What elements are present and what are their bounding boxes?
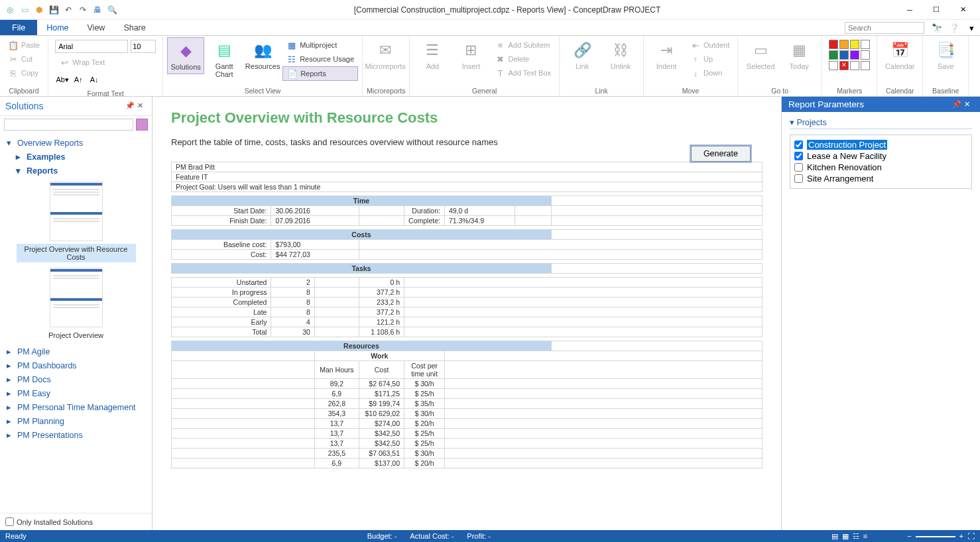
- minimize-button[interactable]: ─: [900, 3, 919, 17]
- font-select[interactable]: [55, 40, 128, 53]
- add-button[interactable]: ☰Add: [414, 37, 451, 73]
- generate-button[interactable]: Generate: [691, 146, 751, 162]
- qat-redo-icon[interactable]: ↷: [77, 4, 89, 16]
- tree-cat-1[interactable]: ▸PM Dashboards: [4, 358, 148, 372]
- paste-button[interactable]: 📋Paste: [4, 38, 44, 52]
- cut-button[interactable]: ✂Cut: [4, 52, 44, 66]
- tab-home[interactable]: Home: [37, 20, 78, 35]
- qat-save-icon[interactable]: 💾: [48, 4, 60, 16]
- report-thumbnail-2[interactable]: [50, 268, 103, 327]
- solutions-search-button[interactable]: [136, 119, 148, 131]
- calendar-button[interactable]: 📅Calendar: [881, 37, 918, 73]
- tree-cat-5[interactable]: ▸PM Planning: [4, 414, 148, 428]
- status-view-icon-1[interactable]: ▤: [831, 532, 838, 541]
- find-button[interactable]: 🔭Find: [973, 37, 980, 73]
- report-title: Project Overview with Resource Costs: [171, 109, 763, 128]
- params-close-icon[interactable]: ✕: [964, 100, 973, 109]
- resource-usage-button[interactable]: ☷Resource Usage: [282, 52, 358, 66]
- ribbon-group-baseline: 📑Save Baseline: [923, 36, 969, 96]
- table-row: 235,5$7 063,51$ 30/h: [172, 448, 763, 458]
- zoom-slider[interactable]: [916, 536, 955, 540]
- solutions-panel: Solutions 📌 ✕ ▾Overview Reports ▸Example…: [0, 97, 153, 530]
- thumbnail-label-1[interactable]: Project Overview with Resource Costs: [17, 244, 136, 262]
- wrap-icon: ↩: [59, 57, 70, 68]
- add-subitem-button[interactable]: ≡Add Subitem: [491, 38, 555, 52]
- qat-preview-icon[interactable]: 🔍: [106, 4, 118, 16]
- pin-icon[interactable]: 📌: [125, 101, 135, 111]
- zoom-in-icon[interactable]: +: [959, 532, 963, 540]
- report-thumbnail-1[interactable]: [50, 182, 103, 241]
- add-textbox-button[interactable]: TAdd Text Box: [491, 66, 555, 80]
- tab-share[interactable]: Share: [114, 20, 154, 35]
- copy-button[interactable]: ⎘Copy: [4, 66, 44, 80]
- baseline-save-button[interactable]: 📑Save: [927, 37, 964, 73]
- zoom-out-icon[interactable]: −: [907, 532, 911, 540]
- table-row: 6,9$171,25$ 25/h: [172, 388, 763, 398]
- tree-cat-4[interactable]: ▸PM Personal Time Management: [4, 400, 148, 414]
- params-pin-icon[interactable]: 📌: [952, 100, 961, 109]
- file-tab[interactable]: File: [0, 20, 37, 35]
- delete-button[interactable]: ✖Delete: [491, 52, 555, 66]
- ribbon-search-input[interactable]: [845, 22, 924, 34]
- tree-reports[interactable]: ▾Reports: [4, 164, 148, 178]
- move-up-button[interactable]: ↑Up: [686, 52, 733, 66]
- qat-print-icon[interactable]: 🖶: [92, 4, 103, 16]
- font-color-button[interactable]: Ab▾: [55, 73, 70, 86]
- status-view-icon-2[interactable]: ▦: [842, 532, 849, 541]
- close-button[interactable]: ✕: [953, 3, 972, 17]
- solutions-search-input[interactable]: [4, 119, 133, 131]
- project-checkbox-item[interactable]: Kitchen Renovation: [794, 162, 967, 173]
- link-button[interactable]: 🔗Link: [564, 37, 601, 73]
- multiproject-button[interactable]: ▦Multiproject: [282, 38, 358, 52]
- goto-today-button[interactable]: ▦Today: [780, 37, 818, 73]
- ribbon-group-goto: ▭Selected ▦Today Go to: [738, 36, 822, 96]
- font-size-select[interactable]: [131, 40, 156, 53]
- tree-cat-6[interactable]: ▸PM Presentations: [4, 428, 148, 442]
- tree-cat-3[interactable]: ▸PM Easy: [4, 386, 148, 400]
- markers-grid[interactable]: ✕: [826, 37, 873, 73]
- font-grow-button[interactable]: A↑: [71, 73, 86, 86]
- window-controls: ─ ☐ ✕: [892, 3, 980, 17]
- ribbon-group-format: ↩Wrap Text Ab▾ A↑ A↓ Format Text: [48, 36, 163, 96]
- thumbnail-label-2[interactable]: Project Overview: [47, 330, 105, 341]
- project-checkbox-item[interactable]: Construction Project: [794, 139, 967, 150]
- tree-cat-0[interactable]: ▸PM Agile: [4, 345, 148, 358]
- close-panel-icon[interactable]: ✕: [137, 101, 147, 111]
- qat-icon-shield[interactable]: ⬢: [33, 4, 45, 16]
- tree-cat-2[interactable]: ▸PM Docs: [4, 372, 148, 386]
- gantt-chart-button[interactable]: ▤Gantt Chart: [206, 37, 243, 81]
- status-view-icon-3[interactable]: ☷: [853, 532, 859, 541]
- baseline-icon: 📑: [935, 40, 956, 61]
- project-checkbox-item[interactable]: Lease a New Facility: [794, 150, 967, 162]
- solutions-button[interactable]: ◆Solutions: [167, 37, 204, 74]
- move-down-button[interactable]: ↓Down: [686, 66, 733, 80]
- only-installed-checkbox[interactable]: Only Installed Solutions: [0, 513, 152, 530]
- wrap-text-button[interactable]: ↩Wrap Text: [55, 56, 109, 69]
- solutions-panel-title: Solutions: [5, 101, 123, 111]
- unlink-button[interactable]: ⛓Unlink: [602, 37, 639, 73]
- font-shrink-button[interactable]: A↓: [87, 73, 101, 86]
- outdent-button[interactable]: ⇤Outdent: [686, 38, 733, 52]
- reports-button[interactable]: 📄Reports: [282, 66, 358, 81]
- status-view-icon-4[interactable]: ≡: [863, 532, 867, 541]
- binoculars-icon[interactable]: 🔭: [930, 21, 944, 34]
- qat-icon-target[interactable]: ◎: [4, 4, 16, 16]
- tree-overview-reports[interactable]: ▾Overview Reports: [4, 136, 148, 150]
- qat-undo-icon[interactable]: ↶: [62, 4, 74, 16]
- indent-button[interactable]: ⇥Indent: [648, 37, 685, 73]
- projects-heading[interactable]: ▾ Projects: [790, 117, 972, 129]
- microreports-button[interactable]: ✉Microreports: [367, 37, 404, 73]
- resources-button[interactable]: 👥Resources: [244, 37, 281, 73]
- maximize-button[interactable]: ☐: [927, 3, 946, 17]
- qat-icon-window[interactable]: ▭: [19, 4, 31, 16]
- collapse-ribbon-icon[interactable]: ▾: [965, 21, 978, 34]
- selected-icon: ▭: [750, 40, 771, 61]
- goto-selected-button[interactable]: ▭Selected: [742, 37, 779, 73]
- tab-view[interactable]: View: [78, 20, 115, 35]
- insert-button[interactable]: ⊞Insert: [452, 37, 489, 73]
- zoom-fit-icon[interactable]: ⛶: [967, 532, 975, 540]
- help-icon[interactable]: ❔: [948, 21, 961, 34]
- tree-examples[interactable]: ▸Examples: [4, 150, 148, 164]
- project-checkbox-item[interactable]: Site Arrangement: [794, 173, 967, 184]
- indent-icon: ⇥: [656, 40, 677, 61]
